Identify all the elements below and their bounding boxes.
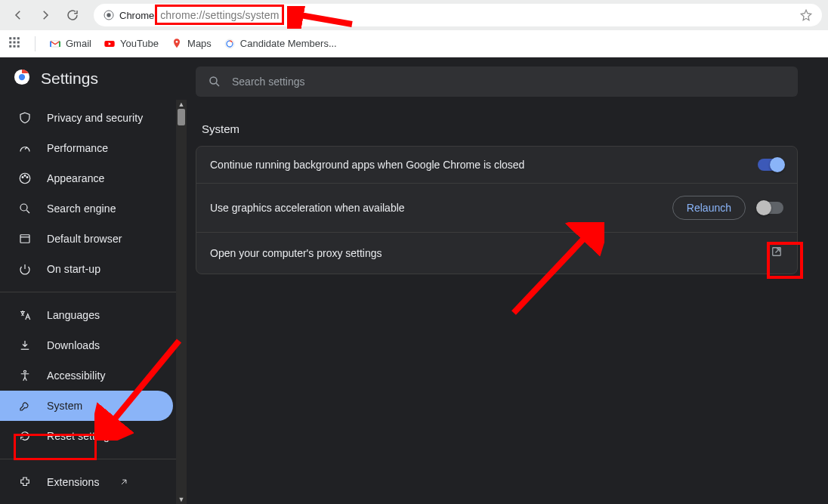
svg-rect-7 <box>17 42 20 44</box>
settings-title: Settings <box>41 70 98 88</box>
row-background-apps: Continue running background apps when Go… <box>196 147 797 184</box>
bookmark-label: Candidate Members... <box>240 38 337 49</box>
svg-rect-10 <box>17 45 20 48</box>
sidebar-item-label: Appearance <box>47 172 105 184</box>
speedometer-icon <box>18 141 32 155</box>
sidebar-item-label: Reset settings <box>47 430 115 442</box>
palette-icon <box>18 172 32 185</box>
bookmark-label: Gmail <box>66 38 91 49</box>
extension-icon <box>18 475 32 489</box>
sidebar-item-about[interactable]: About Chrome <box>0 497 187 504</box>
row-label: Use graphics acceleration when available <box>210 202 405 214</box>
translate-icon <box>18 308 32 322</box>
svg-rect-6 <box>14 42 16 44</box>
sidebar-item-label: Accessibility <box>47 369 106 382</box>
accessibility-icon <box>18 369 32 382</box>
svg-point-1 <box>107 13 110 17</box>
svg-rect-2 <box>9 37 11 39</box>
scroll-down-icon[interactable]: ▼ <box>176 495 187 504</box>
sidebar-item-privacy[interactable]: Privacy and security <box>0 103 187 133</box>
settings-sidebar: Settings Privacy and security Performanc… <box>0 57 187 504</box>
svg-point-13 <box>176 41 178 43</box>
sidebar-item-downloads[interactable]: Downloads <box>0 330 187 360</box>
sidebar-item-on-startup[interactable]: On start-up <box>0 254 187 284</box>
svg-point-19 <box>24 175 26 176</box>
sidebar-item-reset[interactable]: Reset settings <box>0 421 187 451</box>
nav-divider <box>0 292 187 292</box>
sidebar-item-label: Languages <box>47 309 100 321</box>
settings-content: Search settings System Continue running … <box>187 57 828 504</box>
sidebar-item-performance[interactable]: Performance <box>0 133 187 163</box>
search-icon <box>208 75 221 88</box>
sidebar-item-search-engine[interactable]: Search engine <box>0 193 187 224</box>
power-icon <box>18 262 32 276</box>
sidebar-item-languages[interactable]: Languages <box>0 300 187 330</box>
bookmark-label: YouTube <box>120 38 159 49</box>
search-settings-input[interactable]: Search settings <box>196 66 798 97</box>
svg-rect-3 <box>14 37 16 39</box>
forward-button[interactable] <box>33 3 57 27</box>
search-placeholder: Search settings <box>232 76 305 88</box>
sidebar-item-label: Privacy and security <box>47 112 143 124</box>
sidebar-item-label: Performance <box>47 142 108 154</box>
reset-icon <box>18 429 32 443</box>
sidebar-item-default-browser[interactable]: Default browser <box>0 224 187 254</box>
sidebar-scrollbar[interactable]: ▲ ▼ <box>176 100 187 504</box>
nav-divider <box>0 459 187 459</box>
row-label: Open your computer's proxy settings <box>210 247 382 259</box>
chrome-badge-label: Chrome <box>119 10 154 21</box>
shield-icon <box>18 111 32 125</box>
sidebar-item-label: System <box>47 400 82 412</box>
window-icon <box>18 232 32 246</box>
sidebar-item-extensions[interactable]: Extensions <box>0 467 187 497</box>
row-proxy-settings[interactable]: Open your computer's proxy settings <box>196 233 797 274</box>
relaunch-button[interactable]: Relaunch <box>672 196 746 220</box>
settings-page: Settings Privacy and security Performanc… <box>0 57 828 504</box>
svg-point-18 <box>22 177 23 178</box>
svg-point-23 <box>24 370 26 373</box>
address-bar[interactable]: Chrome chrome://settings/system <box>94 4 822 26</box>
row-label: Continue running background apps when Go… <box>210 159 524 171</box>
bookmark-separator <box>35 36 36 51</box>
scrollbar-thumb[interactable] <box>178 109 185 125</box>
bookmark-label: Maps <box>187 38 212 49</box>
svg-point-26 <box>210 77 217 84</box>
apps-icon[interactable] <box>8 36 21 51</box>
toggle-background-apps[interactable] <box>758 159 783 171</box>
sidebar-nav: Privacy and security Performance Appeara… <box>0 100 187 504</box>
wrench-icon <box>18 399 32 413</box>
download-icon <box>18 339 32 352</box>
settings-header: Settings <box>0 57 187 100</box>
back-button[interactable] <box>6 3 30 27</box>
external-link-icon <box>119 477 129 487</box>
svg-rect-5 <box>9 42 11 44</box>
bookmark-maps[interactable]: Maps <box>171 38 212 50</box>
bookmark-candidate-members[interactable]: Candidate Members... <box>224 38 337 50</box>
bookmarks-bar: Gmail YouTube Maps Candidate Members... <box>0 30 828 57</box>
section-title: System <box>187 97 828 146</box>
svg-rect-22 <box>20 235 29 243</box>
external-link-icon <box>770 245 783 261</box>
chrome-badge: Chrome <box>103 9 154 21</box>
sidebar-item-accessibility[interactable]: Accessibility <box>0 360 187 391</box>
sidebar-item-label: Downloads <box>47 339 100 351</box>
svg-rect-8 <box>9 45 11 48</box>
chrome-logo-icon <box>14 69 30 88</box>
sidebar-item-system[interactable]: System <box>0 391 173 421</box>
toggle-graphics-acceleration[interactable] <box>758 202 783 214</box>
scroll-up-icon[interactable]: ▲ <box>176 100 187 109</box>
sidebar-item-label: On start-up <box>47 263 100 275</box>
reload-button[interactable] <box>60 3 85 27</box>
svg-rect-9 <box>14 45 16 48</box>
svg-point-16 <box>19 74 25 80</box>
system-settings-card: Continue running background apps when Go… <box>196 146 798 274</box>
bookmark-star-icon[interactable] <box>799 8 813 22</box>
sidebar-item-appearance[interactable]: Appearance <box>0 163 187 193</box>
sidebar-item-label: Default browser <box>47 233 122 245</box>
bookmark-youtube[interactable]: YouTube <box>104 38 159 50</box>
sidebar-item-label: Search engine <box>47 203 116 215</box>
bookmark-gmail[interactable]: Gmail <box>49 38 91 50</box>
row-graphics-acceleration: Use graphics acceleration when available… <box>196 184 797 233</box>
svg-point-21 <box>20 204 27 211</box>
search-icon <box>18 202 32 215</box>
